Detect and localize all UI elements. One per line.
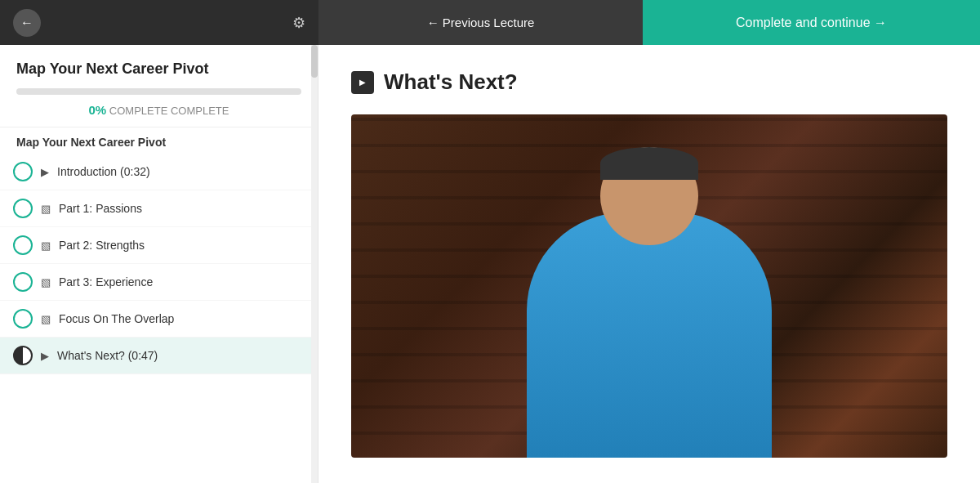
progress-text: 0% COMPLETE COMPLETE (16, 103, 301, 117)
progress-percentage: 0% (89, 103, 107, 117)
doc-icon: ▧ (41, 313, 51, 325)
progress-bar-container (16, 88, 301, 95)
progress-label: COMPLETE (109, 105, 168, 117)
person-figure (494, 114, 804, 458)
complete-label: Complete and continue → (736, 16, 887, 30)
lesson-label: Focus On The Overlap (59, 312, 174, 325)
lesson-label: Part 1: Passions (59, 202, 142, 215)
list-item[interactable]: ▧ Part 2: Strengths (0, 227, 318, 264)
scrollbar-thumb[interactable] (311, 45, 318, 78)
content-area: ▶ What's Next? (318, 45, 980, 483)
back-button[interactable]: ← (13, 9, 41, 37)
settings-button[interactable]: ⚙ (292, 14, 305, 32)
video-thumbnail (351, 114, 947, 458)
lesson-list: ▶ Introduction (0:32) ▧ Part 1: Passions… (0, 154, 318, 374)
list-item[interactable]: ▶ Introduction (0:32) (0, 154, 318, 190)
completion-circle (13, 162, 33, 181)
shirt (527, 212, 772, 458)
complete-and-continue-button[interactable]: Complete and continue → (643, 0, 980, 45)
back-icon: ← (20, 16, 33, 30)
hair (600, 147, 698, 180)
completion-circle (13, 235, 33, 255)
sidebar: Map Your Next Career Pivot 0% COMPLETE C… (0, 45, 318, 483)
video-icon: ▶ (41, 166, 49, 178)
course-title: Map Your Next Career Pivot (16, 60, 301, 78)
play-icon-badge: ▶ (351, 71, 374, 94)
list-item[interactable]: ▧ Part 1: Passions (0, 190, 318, 227)
section-title: Map Your Next Career Pivot (0, 127, 318, 154)
course-header: Map Your Next Career Pivot 0% COMPLETE C… (0, 45, 318, 127)
progress-complete-word: COMPLETE (171, 105, 229, 117)
doc-icon: ▧ (41, 203, 51, 215)
scrollbar[interactable] (311, 45, 318, 483)
list-item[interactable]: ▧ Focus On The Overlap (0, 301, 318, 338)
lesson-label: Introduction (0:32) (57, 165, 150, 178)
top-navigation: ← ⚙ ← Previous Lecture Complete and cont… (0, 0, 980, 45)
nav-left-section: ← ⚙ (0, 0, 318, 45)
head (600, 147, 698, 245)
doc-icon: ▧ (41, 276, 51, 288)
previous-lecture-button[interactable]: ← Previous Lecture (318, 0, 643, 45)
play-icon: ▶ (359, 78, 366, 87)
completion-circle (13, 272, 33, 292)
completion-circle (13, 199, 33, 218)
lesson-label: Part 2: Strengths (59, 239, 145, 252)
completion-circle-half (13, 346, 33, 365)
main-content: Map Your Next Career Pivot 0% COMPLETE C… (0, 45, 980, 483)
video-player[interactable] (351, 114, 947, 458)
lesson-label: Part 3: Experience (59, 275, 153, 288)
list-item[interactable]: ▧ Part 3: Experience (0, 264, 318, 301)
video-icon: ▶ (41, 350, 49, 362)
lesson-label: What's Next? (0:47) (57, 349, 158, 362)
completion-circle (13, 309, 33, 329)
previous-lecture-label: ← Previous Lecture (427, 16, 535, 29)
lecture-title-row: ▶ What's Next? (351, 69, 947, 95)
list-item[interactable]: ▶ What's Next? (0:47) (0, 338, 318, 374)
lecture-heading: What's Next? (384, 69, 518, 95)
doc-icon: ▧ (41, 239, 51, 252)
gear-icon: ⚙ (292, 15, 305, 31)
